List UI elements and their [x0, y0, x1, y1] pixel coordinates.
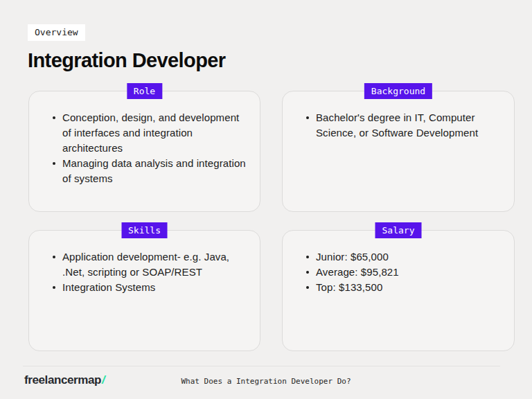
list-item: Integration Systems — [62, 280, 247, 295]
list-item: Top: $133,500 — [316, 280, 502, 295]
list-item: Application development- e.g. Java, .Net… — [62, 249, 247, 280]
list-item: Average: $95,821 — [316, 265, 502, 280]
card-background-label: Background — [364, 83, 432, 99]
card-skills: Skills Application development- e.g. Jav… — [28, 230, 260, 351]
card-skills-label: Skills — [121, 222, 168, 238]
list-item: Conception, design, and development of i… — [62, 110, 247, 156]
card-salary-label: Salary — [375, 222, 422, 238]
slide-page: Overview Integration Developer Role Conc… — [0, 0, 532, 399]
card-skills-list: Application development- e.g. Java, .Net… — [29, 249, 260, 295]
footer-caption: What Does a Integration Developer Do? — [0, 377, 532, 386]
list-item: Managing data analysis and integration o… — [62, 156, 247, 186]
overview-badge: Overview — [28, 24, 85, 41]
list-item: Junior: $65,000 — [316, 249, 502, 265]
card-background: Background Bachelor's degree in IT, Comp… — [282, 91, 515, 212]
card-role: Role Conception, design, and development… — [28, 91, 260, 212]
card-background-list: Bachelor's degree in IT, Computer Scienc… — [283, 110, 514, 141]
page-title: Integration Developer — [28, 49, 226, 72]
card-role-label: Role — [127, 83, 162, 99]
card-salary: Salary Junior: $65,000 Average: $95,821 … — [282, 230, 515, 351]
footer-divider — [23, 366, 500, 366]
list-item: Bachelor's degree in IT, Computer Scienc… — [316, 110, 502, 141]
header: Overview Integration Developer — [28, 24, 226, 72]
card-salary-list: Junior: $65,000 Average: $95,821 Top: $1… — [283, 249, 514, 295]
cards-grid: Role Conception, design, and development… — [28, 91, 515, 351]
card-role-list: Conception, design, and development of i… — [29, 110, 260, 186]
